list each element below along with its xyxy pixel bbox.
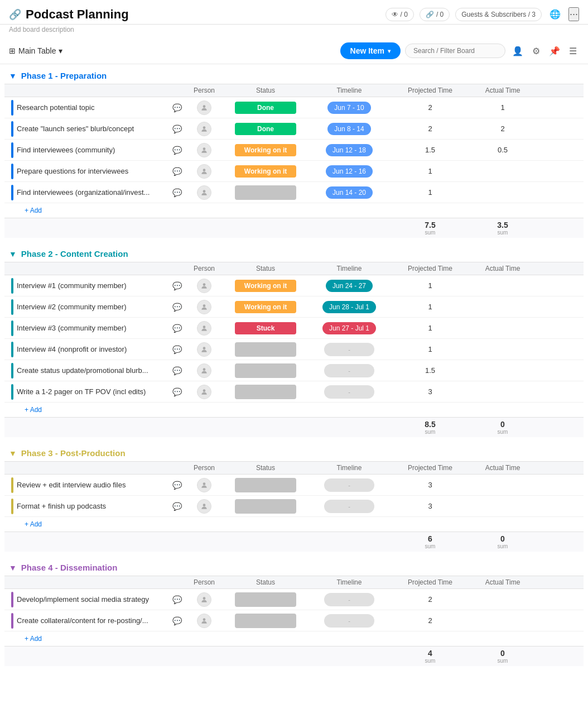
status-badge-empty[interactable] — [235, 342, 296, 357]
avatar[interactable] — [197, 185, 211, 200]
avatar[interactable] — [197, 342, 211, 357]
comment-icon[interactable]: 💬 — [172, 387, 182, 396]
timeline-cell[interactable]: - — [305, 593, 394, 606]
timeline-cell[interactable]: - — [305, 478, 394, 492]
user-icon-button[interactable]: 👤 — [510, 44, 526, 59]
pin-icon-button[interactable]: 📌 — [547, 44, 562, 59]
filter-icon-button[interactable]: ☰ — [567, 44, 579, 59]
timeline-cell[interactable]: - — [305, 343, 394, 356]
timeline-cell[interactable]: Jun 7 - 10 — [305, 102, 394, 114]
avatar[interactable] — [197, 321, 211, 336]
status-cell[interactable] — [226, 499, 305, 514]
comment-icon[interactable]: 💬 — [172, 366, 182, 375]
timeline-badge-empty[interactable]: - — [324, 385, 374, 399]
status-cell[interactable] — [226, 614, 305, 628]
timeline-badge-empty[interactable]: - — [324, 500, 374, 513]
comment-icon[interactable]: 💬 — [172, 188, 182, 197]
status-cell[interactable]: Stuck — [226, 322, 305, 334]
status-badge-empty[interactable] — [235, 592, 296, 607]
timeline-cell[interactable]: Jun 24 - 27 — [305, 280, 394, 292]
timeline-cell[interactable]: - — [305, 385, 394, 399]
new-item-button[interactable]: New Item ▾ — [340, 42, 401, 59]
avatar[interactable] — [197, 143, 211, 157]
timeline-badge[interactable]: Jun 12 - 16 — [326, 165, 373, 178]
phase-toggle-1[interactable]: ▼ — [9, 71, 17, 80]
comment-icon[interactable]: 💬 — [172, 103, 182, 112]
status-badge[interactable]: Done — [235, 123, 296, 135]
avatar[interactable] — [197, 592, 211, 607]
status-cell[interactable] — [226, 592, 305, 607]
timeline-badge[interactable]: Jun 8 - 14 — [327, 123, 370, 135]
add-row-button[interactable]: + Add — [4, 203, 584, 218]
avatar[interactable] — [197, 100, 211, 115]
status-badge-empty[interactable] — [235, 185, 296, 200]
status-badge-empty[interactable] — [235, 499, 296, 514]
status-badge-empty[interactable] — [235, 614, 296, 628]
timeline-cell[interactable]: Jun 12 - 16 — [305, 165, 394, 178]
phase-toggle-2[interactable]: ▼ — [9, 250, 17, 258]
status-badge[interactable]: Working on it — [235, 144, 296, 156]
timeline-cell[interactable]: Jun 28 - Jul 1 — [305, 301, 394, 313]
status-cell[interactable]: Working on it — [226, 280, 305, 292]
comment-icon[interactable]: 💬 — [172, 324, 182, 333]
comment-icon[interactable]: 💬 — [172, 595, 182, 604]
search-input[interactable] — [405, 44, 505, 58]
status-cell[interactable] — [226, 363, 305, 378]
avatar[interactable] — [197, 499, 211, 514]
timeline-cell[interactable]: Jun 27 - Jul 1 — [305, 322, 394, 334]
avatar[interactable] — [197, 385, 211, 399]
timeline-badge-empty[interactable]: - — [324, 478, 374, 492]
timeline-badge[interactable]: Jun 27 - Jul 1 — [322, 322, 376, 334]
timeline-badge-empty[interactable]: - — [324, 364, 374, 377]
status-cell[interactable] — [226, 478, 305, 492]
avatar[interactable] — [197, 478, 211, 492]
status-badge-empty[interactable] — [235, 363, 296, 378]
timeline-badge[interactable]: Jun 24 - 27 — [326, 280, 373, 292]
comment-icon[interactable]: 💬 — [172, 481, 182, 490]
status-cell[interactable] — [226, 342, 305, 357]
status-badge-empty[interactable] — [235, 478, 296, 492]
board-description[interactable]: Add board description — [0, 25, 588, 38]
add-row-button[interactable]: + Add — [4, 403, 584, 417]
status-cell[interactable]: Done — [226, 123, 305, 135]
status-cell[interactable]: Working on it — [226, 301, 305, 313]
status-cell[interactable]: Done — [226, 102, 305, 114]
add-row-button[interactable]: + Add — [4, 517, 584, 532]
eye-stat[interactable]: 👁 / 0 — [385, 8, 414, 21]
timeline-cell[interactable]: Jun 8 - 14 — [305, 123, 394, 135]
status-badge[interactable]: Done — [235, 102, 296, 114]
status-cell[interactable]: Working on it — [226, 165, 305, 178]
timeline-badge[interactable]: Jun 14 - 20 — [326, 186, 373, 199]
timeline-cell[interactable]: - — [305, 614, 394, 628]
status-badge[interactable]: Working on it — [235, 301, 296, 313]
timeline-cell[interactable]: - — [305, 364, 394, 377]
timeline-cell[interactable]: Jun 12 - 18 — [305, 144, 394, 156]
avatar[interactable] — [197, 279, 211, 293]
comment-icon[interactable]: 💬 — [172, 167, 182, 176]
comment-icon[interactable]: 💬 — [172, 502, 182, 511]
comment-icon[interactable]: 💬 — [172, 303, 182, 312]
comment-icon[interactable]: 💬 — [172, 281, 182, 290]
settings-icon-button[interactable]: ⚙ — [530, 44, 542, 59]
phase-toggle-3[interactable]: ▼ — [9, 449, 17, 458]
phase-toggle-4[interactable]: ▼ — [9, 563, 17, 572]
avatar[interactable] — [197, 164, 211, 179]
timeline-badge[interactable]: Jun 28 - Jul 1 — [322, 301, 376, 313]
timeline-badge-empty[interactable]: - — [324, 593, 374, 606]
status-cell[interactable]: Working on it — [226, 144, 305, 156]
more-button[interactable]: ··· — [568, 7, 579, 21]
comment-icon[interactable]: 💬 — [172, 345, 182, 354]
timeline-badge-empty[interactable]: - — [324, 614, 374, 628]
globe-button[interactable]: 🌐 — [547, 7, 563, 22]
status-badge[interactable]: Working on it — [235, 165, 296, 178]
main-table-button[interactable]: ⊞ Main Table ▾ — [9, 46, 62, 55]
comment-icon[interactable]: 💬 — [172, 125, 182, 133]
avatar[interactable] — [197, 614, 211, 628]
timeline-badge-empty[interactable]: - — [324, 343, 374, 356]
status-badge[interactable]: Stuck — [235, 322, 296, 334]
avatar[interactable] — [197, 300, 211, 314]
avatar[interactable] — [197, 122, 211, 136]
link-stat[interactable]: 🔗 / 0 — [420, 8, 450, 21]
status-badge[interactable]: Working on it — [235, 280, 296, 292]
avatar[interactable] — [197, 363, 211, 378]
